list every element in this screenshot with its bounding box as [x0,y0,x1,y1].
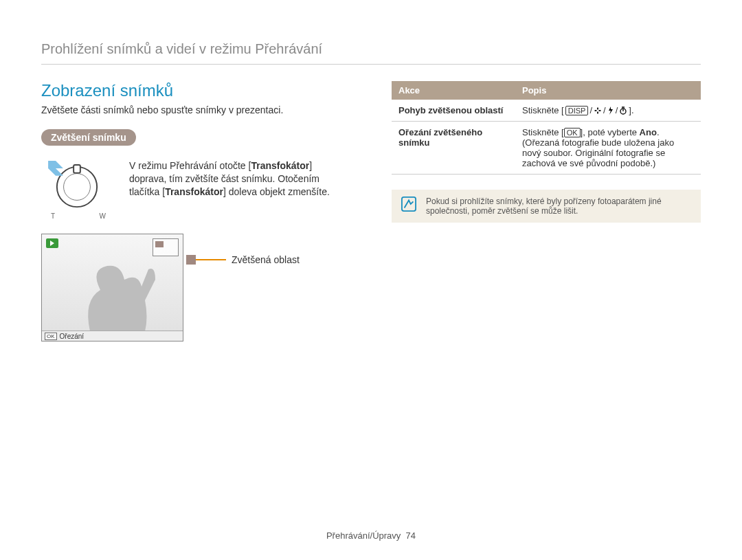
table-row: Pohyb zvětšenou oblastí Stiskněte [ DISP… [392,100,701,122]
page-footer: Přehrávání/Úpravy 74 [0,530,742,541]
subsection-pill: Zvětšení snímku [41,129,136,146]
note-icon [401,197,416,212]
th-action: Akce [392,81,515,100]
ok-chip: OK [45,333,57,340]
silhouette-icon [42,262,179,331]
zoom-dial-illustration: T W [41,159,117,220]
dial-label-t: T [51,212,55,220]
svg-rect-2 [74,165,80,173]
zoom-caption: Zvětšená oblast [232,254,300,265]
crop-label: Ořezání [60,333,85,340]
note-box: Pokud si prohlížíte snímky, které byly p… [392,190,701,223]
ok-key-icon: OK [564,128,581,137]
row2-action: Ořezání zvětšeného snímku [392,122,515,175]
row1-action: Pohyb zvětšenou oblastí [392,100,515,122]
actions-table: Akce Popis Pohyb zvětšenou oblastí Stisk… [392,81,701,175]
dial-instruction: V režimu Přehrávání otočte [Transfokátor… [129,159,350,199]
section-title: Zobrazení snímků [41,81,350,100]
intro-text: Zvětšete části snímků nebo spusťte snímk… [41,104,350,115]
flash-icon [607,107,614,115]
row2-desc: Stiskněte [OK], poté vyberte Ano. (Ořeza… [515,122,701,175]
right-column: Akce Popis Pohyb zvětšenou oblastí Stisk… [392,81,701,341]
arrow-icon [48,161,63,188]
disp-key-icon: DISP [565,106,589,115]
page-header: Prohlížení snímků a videí v režimu Přehr… [41,41,701,65]
leader-line [196,259,226,260]
timer-icon [619,107,627,115]
note-text: Pokud si prohlížíte snímky, které byly p… [426,197,691,216]
left-column: Zobrazení snímků Zvětšete části snímků n… [41,81,350,341]
table-row: Ořezání zvětšeného snímku Stiskněte [OK]… [392,122,701,175]
zoom-area-indicator [153,238,179,256]
play-mode-icon [46,238,58,248]
flower-icon [594,107,602,115]
camera-screen-illustration: OK Ořezání [41,234,183,341]
row1-desc: Stiskněte [ DISP / / / ]. [515,100,701,122]
th-desc: Popis [515,81,701,100]
dial-label-w: W [100,212,106,220]
